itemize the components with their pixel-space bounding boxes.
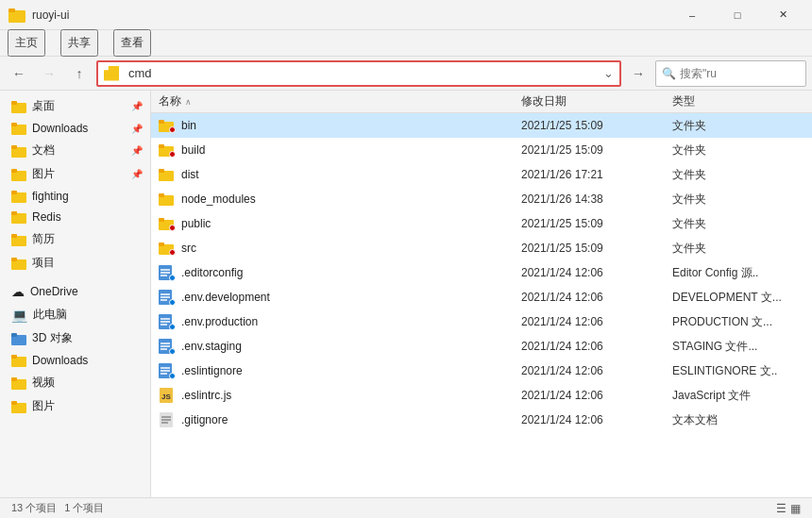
svg-rect-19 bbox=[11, 333, 17, 337]
table-row[interactable]: .env.staging 2021/1/24 12:06 STAGING 文件.… bbox=[151, 334, 812, 359]
file-type: 文件夹 bbox=[672, 241, 804, 257]
folder-icon bbox=[159, 119, 174, 132]
maximize-button[interactable]: □ bbox=[716, 0, 759, 30]
sidebar-item-downloads2[interactable]: Downloads bbox=[0, 350, 150, 371]
search-input[interactable] bbox=[680, 67, 812, 80]
file-date: 2021/1/25 15:09 bbox=[521, 217, 672, 230]
pin-icon: 📌 bbox=[131, 124, 143, 134]
title-bar-title: ruoyi-ui bbox=[32, 8, 670, 22]
sidebar-item-label: 文档 bbox=[32, 142, 55, 159]
file-name: .env.development bbox=[181, 291, 270, 304]
file-name-cell: .eslintignore bbox=[159, 363, 521, 378]
file-name: public bbox=[181, 217, 211, 230]
file-icon-wrapper bbox=[159, 192, 174, 207]
file-name: bin bbox=[181, 119, 196, 132]
col-header-type[interactable]: 类型 bbox=[672, 93, 804, 109]
file-icon-wrapper bbox=[159, 241, 174, 256]
svg-rect-29 bbox=[159, 144, 164, 148]
sidebar-item-downloads[interactable]: Downloads 📌 bbox=[0, 118, 150, 139]
file-type: JavaScript 文件 bbox=[672, 388, 804, 404]
folder-icon bbox=[159, 217, 174, 230]
close-button[interactable]: ✕ bbox=[761, 0, 804, 30]
pin-icon: 📌 bbox=[131, 145, 143, 156]
sidebar-item-3dobjects[interactable]: 3D 对象 bbox=[0, 326, 150, 350]
folder-icon bbox=[11, 354, 26, 367]
file-icon-wrapper bbox=[159, 412, 174, 427]
back-button[interactable]: ← bbox=[6, 60, 32, 87]
sidebar-item-label: fighting bbox=[32, 190, 69, 203]
file-name-cell: dist bbox=[159, 167, 521, 182]
sidebar-item-project[interactable]: 项目 bbox=[0, 251, 150, 275]
table-row[interactable]: .env.development 2021/1/24 12:06 DEVELOP… bbox=[151, 285, 812, 309]
file-date: 2021/1/25 15:09 bbox=[521, 119, 672, 132]
status-item-count: 13 个项目 bbox=[11, 501, 57, 515]
table-row[interactable]: bin 2021/1/25 15:09 文件夹 bbox=[151, 113, 812, 138]
table-row[interactable]: dist 2021/1/26 17:21 文件夹 bbox=[151, 162, 812, 187]
file-icon bbox=[159, 314, 174, 329]
table-row[interactable]: .eslintignore 2021/1/24 12:06 ESLINTIGNO… bbox=[151, 359, 812, 383]
table-row[interactable]: src 2021/1/25 15:09 文件夹 bbox=[151, 236, 812, 260]
col-header-date[interactable]: 修改日期 bbox=[521, 93, 672, 109]
sidebar-item-pictures2[interactable]: 图片 bbox=[0, 394, 150, 418]
svg-rect-35 bbox=[159, 218, 164, 222]
address-dropdown-button[interactable]: ⌄ bbox=[597, 62, 619, 85]
file-type: 文件夹 bbox=[672, 192, 804, 208]
table-row[interactable]: .editorconfig 2021/1/24 12:06 Editor Con… bbox=[151, 260, 812, 285]
file-name: .editorconfig bbox=[181, 266, 243, 279]
ribbon-tab-share[interactable]: 共享 bbox=[60, 29, 98, 57]
forward-button[interactable]: → bbox=[36, 60, 62, 87]
file-name-cell: JS .eslintrc.js bbox=[159, 388, 521, 403]
file-icon-wrapper bbox=[159, 216, 174, 231]
sidebar-item-onedrive[interactable]: ☁ OneDrive bbox=[0, 280, 150, 303]
file-date: 2021/1/25 15:09 bbox=[521, 242, 672, 255]
sidebar-item-desktop[interactable]: 桌面 📌 bbox=[0, 94, 150, 118]
file-type: 文件夹 bbox=[672, 118, 804, 134]
file-type: 文件夹 bbox=[672, 167, 804, 183]
ribbon-tab-view[interactable]: 查看 bbox=[113, 29, 151, 57]
sort-arrow: ∧ bbox=[185, 97, 192, 107]
view-list-icon[interactable]: ☰ bbox=[776, 502, 787, 515]
sidebar-item-resume[interactable]: 简历 bbox=[0, 227, 150, 251]
view-grid-icon[interactable]: ▦ bbox=[790, 502, 801, 515]
file-type: Editor Config 源.. bbox=[672, 265, 804, 281]
up-button[interactable]: ↑ bbox=[66, 60, 93, 87]
file-name-cell: .env.development bbox=[159, 290, 521, 305]
table-row[interactable]: node_modules 2021/1/26 14:38 文件夹 bbox=[151, 187, 812, 211]
js-file-icon: JS bbox=[160, 388, 173, 403]
table-row[interactable]: .env.production 2021/1/24 12:06 PRODUCTI… bbox=[151, 309, 812, 334]
file-list: bin 2021/1/25 15:09 文件夹 build 2021/1/25 … bbox=[151, 113, 812, 432]
sidebar-item-label: 视频 bbox=[32, 375, 55, 391]
file-name: node_modules bbox=[181, 192, 256, 206]
folder-icon bbox=[11, 168, 26, 181]
file-date: 2021/1/24 12:06 bbox=[521, 315, 672, 328]
table-row[interactable]: build 2021/1/25 15:09 文件夹 bbox=[151, 138, 812, 162]
file-name: dist bbox=[181, 168, 199, 181]
nav-go-button[interactable]: → bbox=[625, 60, 651, 87]
file-name: .eslintignore bbox=[181, 364, 243, 377]
file-date: 2021/1/25 15:09 bbox=[521, 143, 672, 157]
sidebar-item-label: Redis bbox=[32, 210, 61, 224]
col-header-name[interactable]: 名称 ∧ bbox=[159, 93, 521, 109]
svg-rect-9 bbox=[11, 169, 17, 173]
table-row[interactable]: public 2021/1/25 15:09 文件夹 bbox=[151, 211, 812, 236]
sidebar-item-redis[interactable]: Redis bbox=[0, 207, 150, 227]
file-icon bbox=[159, 290, 174, 305]
file-name-cell: .env.staging bbox=[159, 339, 521, 354]
file-icon-wrapper bbox=[159, 314, 174, 329]
sidebar-item-pictures[interactable]: 图片 📌 bbox=[0, 162, 150, 186]
file-name-cell: .editorconfig bbox=[159, 265, 521, 280]
table-row[interactable]: JS .eslintrc.js 2021/1/24 12:06 JavaScri… bbox=[151, 383, 812, 408]
sidebar-item-videos[interactable]: 视频 bbox=[0, 371, 150, 394]
address-bar: ⌄ bbox=[96, 60, 621, 87]
table-row[interactable]: .gitignore 2021/1/24 12:06 文本文档 bbox=[151, 408, 812, 432]
content-area: 名称 ∧ 修改日期 类型 bin 2021/1/25 15:09 文件夹 bbox=[151, 91, 812, 497]
minimize-button[interactable]: – bbox=[670, 0, 714, 30]
file-icon bbox=[159, 265, 174, 280]
ribbon-tab-home[interactable]: 主页 bbox=[8, 29, 45, 57]
address-input[interactable] bbox=[125, 62, 597, 85]
svg-rect-27 bbox=[159, 120, 164, 124]
file-name: .env.production bbox=[181, 315, 258, 328]
sidebar-item-documents[interactable]: 文档 📌 bbox=[0, 139, 150, 162]
sidebar-item-fighting[interactable]: fighting bbox=[0, 186, 150, 207]
sidebar-item-thispc[interactable]: 💻 此电脑 bbox=[0, 303, 150, 326]
